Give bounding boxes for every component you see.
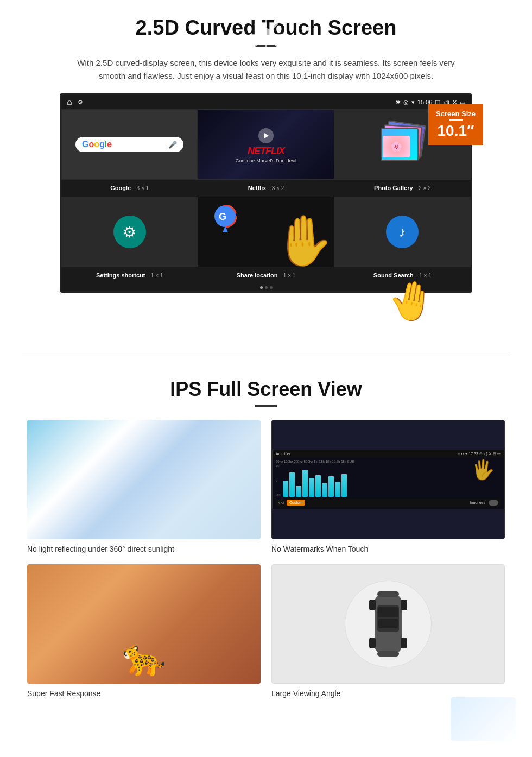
hand-icon: 🤚 (273, 212, 334, 267)
sound-cell[interactable]: ♪ (334, 197, 471, 267)
google-logo: Google (82, 140, 112, 149)
google-search-bar[interactable]: Google 🎤 (75, 137, 183, 152)
status-bar: ⌂ ⚙ ✱ ◎ ▾ 15:06 ◫ ◁) ✕ ▭ (61, 95, 471, 109)
amp-footer: ◁◁ Custom loudness (276, 499, 501, 507)
cheetah-emoji: 🐆 (122, 637, 166, 678)
amp-title: Amplifier (276, 452, 290, 456)
amp-time: ▪ ▪ ▪ ▾ 17:33 ⊙ ◁) ✕ ⊟ ↩ (458, 452, 501, 456)
eq-bar8 (328, 476, 334, 497)
share-cell[interactable]: G 🤚 (198, 197, 334, 267)
svg-rect-10 (369, 600, 376, 610)
eq-bar5 (309, 478, 314, 497)
photo-stack: 🌸 (381, 123, 424, 166)
cheetah-label: Super Fast Response (27, 689, 261, 698)
cheetah-image: 🐆 (27, 564, 261, 684)
device-screen: ⌂ ⚙ ✱ ◎ ▾ 15:06 ◫ ◁) ✕ ▭ (60, 93, 472, 293)
google-cell[interactable]: Google 🎤 (61, 109, 198, 180)
touch-hand-icon: 🖐 (471, 459, 495, 481)
netflix-logo: NETFLIX (236, 146, 296, 157)
bluetooth-icon: ✱ (396, 99, 401, 106)
app-grid-row1: Google 🎤 NETFLIX Continue Marvel's (61, 109, 471, 180)
app-grid-row2: ⚙ G 🤚 (61, 197, 471, 267)
toggle-switch[interactable] (489, 500, 498, 506)
eq-bar7 (322, 483, 327, 497)
settings-icon-circle: ⚙ (113, 216, 146, 248)
screen-size-badge: Screen Size 10.1″ (428, 104, 483, 145)
car-image (271, 564, 505, 684)
eq-bar9 (335, 482, 340, 497)
mic-icon: 🎤 (168, 141, 177, 149)
svg-rect-9 (377, 651, 399, 657)
eq-bar1 (283, 481, 288, 497)
netflix-label: Netflix 3 × 2 (198, 182, 334, 192)
eq-bar2 (289, 472, 295, 497)
google-label: Google 3 × 1 (61, 182, 198, 192)
car-top-view (361, 586, 415, 662)
eq-bars: 100-10 (276, 464, 501, 497)
dot1 (260, 286, 263, 289)
home-icon[interactable]: ⌂ (67, 97, 72, 107)
badge-size: 10.1″ (436, 122, 476, 140)
section2-underline (255, 405, 277, 407)
badge-underline (449, 119, 463, 121)
amplifier-label: No Watermarks When Touch (271, 545, 505, 553)
play-button[interactable] (258, 128, 274, 143)
flower-image: 🌸 (383, 136, 410, 157)
feature-grid: ☀ No light reflecting under 360° direct … (27, 420, 505, 698)
netflix-content: NETFLIX Continue Marvel's Daredevil (236, 126, 296, 163)
app-labels-row1: Google 3 × 1 Netflix 3 × 2 Photo Gallery… (61, 180, 471, 197)
section-ips-screen: IPS Full Screen View ☀ No light reflecti… (0, 373, 532, 714)
eq-bar3 (296, 486, 301, 497)
pointing-hand-icon: 🤚 (384, 275, 439, 327)
svg-text:G: G (219, 211, 226, 222)
photo-card-front: 🌸 (381, 128, 419, 161)
usb-icon: ⚙ (78, 99, 83, 106)
feature-cheetah: 🐆 Super Fast Response (27, 564, 261, 698)
eq-bar4 (302, 470, 308, 497)
svg-rect-7 (378, 619, 398, 628)
dot3 (270, 286, 273, 289)
car-circle (345, 581, 432, 667)
device-mockup: ⌂ ⚙ ✱ ◎ ▾ 15:06 ◫ ◁) ✕ ▭ (60, 93, 472, 293)
wifi-icon: ▾ (411, 99, 415, 106)
gallery-label: Photo Gallery 2 × 2 (334, 182, 471, 192)
netflix-cell[interactable]: NETFLIX Continue Marvel's Daredevil (198, 109, 334, 180)
share-label: Share location 1 × 1 (198, 270, 334, 280)
netflix-subtitle: Continue Marvel's Daredevil (236, 158, 296, 163)
amplifier-image: Amplifier ▪ ▪ ▪ ▾ 17:33 ⊙ ◁) ✕ ⊟ ↩ 60hz1… (271, 420, 505, 539)
settings-label: Settings shortcut 1 × 1 (61, 270, 198, 280)
gear-icon: ⚙ (123, 223, 136, 241)
eq-bar6 (315, 475, 321, 497)
sunlight-image: ☀ (27, 420, 261, 539)
svg-rect-12 (401, 600, 407, 610)
music-note-icon: ♪ (399, 224, 406, 241)
badge-label: Screen Size (436, 110, 476, 118)
svg-rect-11 (369, 638, 376, 648)
section-divider (22, 356, 510, 356)
settings-cell[interactable]: ⚙ (61, 197, 198, 267)
section2-title: IPS Full Screen View (27, 378, 505, 401)
music-icon-circle: ♪ (386, 216, 419, 248)
custom-button[interactable]: Custom (287, 500, 305, 506)
car-label: Large Viewing Angle (271, 689, 505, 698)
feature-amplifier: Amplifier ▪ ▪ ▪ ▾ 17:33 ⊙ ◁) ✕ ⊟ ↩ 60hz1… (271, 420, 505, 553)
feature-car: Large Viewing Angle (271, 564, 505, 698)
eq-bar10 (341, 474, 347, 497)
svg-rect-13 (401, 638, 407, 648)
dot2 (265, 286, 268, 289)
svg-rect-8 (377, 591, 399, 597)
eq-labels: 60hz100hz200hz500hz1k2.5k10k12.5k15kSUB (276, 460, 501, 463)
feature-sunlight: ☀ No light reflecting under 360° direct … (27, 420, 261, 553)
g-maps-icon: G (212, 205, 239, 235)
play-icon (264, 133, 269, 138)
svg-rect-6 (378, 607, 398, 617)
gps-icon: ◎ (403, 99, 409, 106)
sunlight-label: No light reflecting under 360° direct su… (27, 545, 261, 553)
